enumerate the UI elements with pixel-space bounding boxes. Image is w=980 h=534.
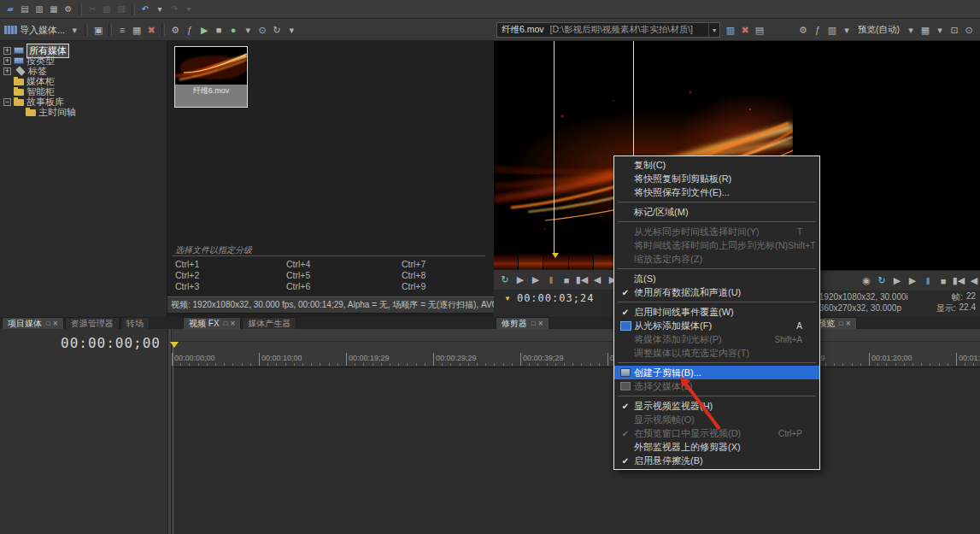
tab-transitions[interactable]: 转场 bbox=[120, 317, 150, 329]
tree-expander-icon[interactable]: + bbox=[3, 47, 11, 55]
menu-item-fit-media-to-fill[interactable]: 调整媒体以填充选定内容(T) bbox=[614, 346, 819, 360]
tab-close-icon[interactable]: × bbox=[53, 320, 58, 328]
filmstrip-frame[interactable] bbox=[519, 255, 543, 269]
filmstrip-frame[interactable] bbox=[569, 255, 594, 269]
search-media-icon[interactable]: ⊙ bbox=[255, 23, 269, 37]
thumbnail-view-icon[interactable]: ▦ bbox=[130, 23, 144, 37]
menu-item-streams[interactable]: 流(S)▶ bbox=[614, 272, 819, 285]
new-project-icon[interactable]: ▤ bbox=[18, 3, 32, 16]
chevron-down-icon[interactable]: ▾ bbox=[708, 23, 719, 37]
new-bin-icon[interactable]: ▣ bbox=[91, 23, 105, 37]
menu-item-sync-selection-from-cursor[interactable]: 从光标同步时间线选择时间(Y)T bbox=[614, 225, 819, 238]
menu-item-create-subclip[interactable]: 创建子剪辑(B)... bbox=[614, 366, 819, 379]
tree-item-media-bins[interactable]: 媒体柜 bbox=[0, 76, 167, 86]
tab-trimmer[interactable]: 修剪器□× bbox=[496, 317, 549, 329]
undo-dropdown-icon[interactable]: ▾ bbox=[153, 3, 167, 16]
capture-video-icon[interactable]: ● bbox=[226, 23, 240, 37]
trimmer-timecode[interactable]: 00:00:03;24 bbox=[517, 292, 594, 304]
preview-quality-dropdown[interactable]: 预览(自动) bbox=[855, 24, 902, 36]
cut-icon[interactable]: ✂ bbox=[85, 3, 99, 16]
project-video-properties-icon[interactable]: ⚙ bbox=[796, 23, 810, 37]
go-to-start-icon[interactable]: ▮◀ bbox=[575, 273, 589, 287]
options-dropdown-icon[interactable]: ▾ bbox=[285, 23, 298, 37]
previous-frame-icon[interactable]: ◀ bbox=[967, 274, 980, 288]
tab-project-media[interactable]: 项目媒体□× bbox=[2, 317, 64, 329]
menu-item-enable-hover-scrub[interactable]: ✔启用悬停擦洗(B) bbox=[614, 454, 819, 467]
stop-icon[interactable]: ■ bbox=[560, 273, 573, 287]
tree-item-storyboard-bins[interactable]: −故事板库 bbox=[0, 97, 167, 107]
redo-dropdown-icon[interactable]: ▾ bbox=[182, 3, 196, 16]
go-to-start-icon[interactable]: ▮◀ bbox=[952, 274, 965, 288]
timeline-tracks-area[interactable] bbox=[172, 367, 980, 534]
play-icon[interactable]: ▶ bbox=[906, 274, 919, 288]
tab-explorer[interactable]: 资源管理器 bbox=[65, 317, 120, 329]
tree-item-all-media[interactable]: +所有媒体 bbox=[0, 45, 167, 56]
video-preview-display[interactable] bbox=[793, 41, 980, 270]
copy-icon[interactable]: ▧ bbox=[100, 3, 114, 16]
tab-float-icon[interactable]: □ bbox=[839, 320, 843, 327]
preview-stop-icon[interactable]: ■ bbox=[212, 23, 226, 37]
tree-item-main-timeline[interactable]: 主时间轴 bbox=[0, 107, 167, 117]
menu-item-copy[interactable]: 复制(C) bbox=[614, 158, 819, 172]
tree-expander-icon[interactable]: + bbox=[3, 67, 11, 75]
timeline-marker-bar[interactable] bbox=[172, 329, 980, 342]
import-media-button[interactable]: 导入媒体... bbox=[20, 24, 65, 37]
menu-item-trimmer-on-external-monitor[interactable]: 外部监视器上的修剪器(X) bbox=[614, 440, 819, 454]
menu-item-show-video-monitor[interactable]: ✔显示视频监视器(H) bbox=[614, 399, 819, 413]
import-media-icon[interactable] bbox=[4, 26, 17, 34]
tab-float-icon[interactable]: □ bbox=[224, 320, 228, 327]
video-output-fx-icon[interactable]: ƒ bbox=[811, 23, 824, 37]
tab-close-icon[interactable]: × bbox=[230, 320, 235, 328]
play-from-start-icon[interactable]: ▶ bbox=[513, 273, 527, 287]
timeline-ruler[interactable]: 00:00:00;0000:00:10;0000:00:19;2900:00:2… bbox=[172, 342, 980, 367]
tree-expander-icon[interactable]: − bbox=[3, 98, 11, 106]
trimmer-media-selector[interactable]: 纤维6.mov [D:\影视后期\视频素材\非实拍\材质\] ▾ bbox=[496, 22, 720, 38]
media-fx-icon[interactable]: ƒ bbox=[183, 23, 197, 37]
redo-icon[interactable]: ↷ bbox=[167, 3, 181, 16]
media-properties-icon[interactable]: ⚙ bbox=[168, 23, 182, 37]
tab-close-icon[interactable]: × bbox=[538, 320, 543, 328]
play-icon[interactable]: ▶ bbox=[529, 273, 543, 287]
clip-thumbnail[interactable]: 纤维6.mov bbox=[174, 46, 248, 108]
refresh-icon[interactable]: ↻ bbox=[270, 23, 284, 37]
open-project-icon[interactable]: ▥ bbox=[32, 3, 46, 16]
previous-frame-icon[interactable]: ◀ bbox=[590, 273, 604, 287]
tab-float-icon[interactable]: □ bbox=[531, 320, 536, 327]
menu-item-copy-snapshot[interactable]: 将快照复制到剪贴板(R) bbox=[614, 172, 819, 185]
tree-item-smart-bins[interactable]: 智能柜 bbox=[0, 86, 167, 97]
tree-item-by-type[interactable]: +按类型 bbox=[0, 56, 167, 66]
menu-item-sync-selection-to-cursor[interactable]: 将时间线选择时间向上同步到光标(N)Shift+T bbox=[614, 238, 819, 252]
app-icon[interactable]: ▰ bbox=[3, 3, 17, 16]
menu-item-select-parent-media[interactable]: 选择父媒体(L) bbox=[614, 379, 819, 393]
preview-play-icon[interactable]: ▶ bbox=[197, 23, 211, 37]
menu-item-use-all-streams[interactable]: ✔使用所有数据流和声道(U) bbox=[614, 285, 819, 299]
split-screen-dropdown-icon[interactable]: ▾ bbox=[840, 23, 854, 37]
timeline-timecode-display[interactable]: 00:00:00;00 bbox=[61, 335, 161, 351]
split-screen-icon[interactable]: ▥ bbox=[825, 23, 839, 37]
menu-item-show-video-frame[interactable]: 显示视频帧(O) bbox=[614, 413, 819, 426]
stop-icon[interactable]: ■ bbox=[936, 274, 950, 288]
copy-snapshot-icon[interactable]: ⊡ bbox=[948, 23, 961, 37]
tab-close-icon[interactable]: × bbox=[846, 320, 851, 328]
loop-playback-icon[interactable]: ↻ bbox=[498, 273, 512, 287]
menu-item-add-media-to-cursor[interactable]: 将媒体添加到光标(P)Shift+A bbox=[614, 332, 819, 346]
menu-item-save-snapshot[interactable]: 将快照保存到文件(E)... bbox=[614, 185, 819, 199]
undo-icon[interactable]: ↶ bbox=[138, 3, 152, 16]
menu-item-enable-timeline-event-overwrite[interactable]: ✔启用时间线事件覆盖(W) bbox=[614, 305, 819, 319]
timeline-cursor-marker[interactable] bbox=[170, 342, 179, 348]
menu-item-show-video-in-preview[interactable]: ✔在预览窗口中显示视频(D)Ctrl+P bbox=[614, 426, 819, 440]
menu-item-zoom-selection[interactable]: 缩放选定内容(Z) bbox=[614, 252, 819, 266]
open-in-trimmer-icon[interactable]: ▤ bbox=[753, 23, 766, 37]
pause-icon[interactable]: ‖ bbox=[544, 273, 558, 287]
tab-float-icon[interactable]: □ bbox=[46, 320, 50, 327]
tree-item-tags[interactable]: +标签 bbox=[0, 66, 167, 76]
overlays-icon[interactable]: ▦ bbox=[918, 23, 932, 37]
save-project-icon[interactable]: ▦ bbox=[47, 3, 61, 16]
filmstrip-frame[interactable] bbox=[494, 255, 519, 269]
menu-item-markers-regions[interactable]: 标记/区域(M)▶ bbox=[614, 205, 819, 219]
project-properties-icon[interactable]: ⚙ bbox=[62, 3, 75, 16]
remove-media-icon[interactable]: ✖ bbox=[144, 23, 158, 37]
trimmer-strip-cursor[interactable] bbox=[552, 253, 559, 258]
list-view-icon[interactable]: ≡ bbox=[115, 23, 129, 37]
views-dropdown-icon[interactable]: ▾ bbox=[241, 23, 255, 37]
